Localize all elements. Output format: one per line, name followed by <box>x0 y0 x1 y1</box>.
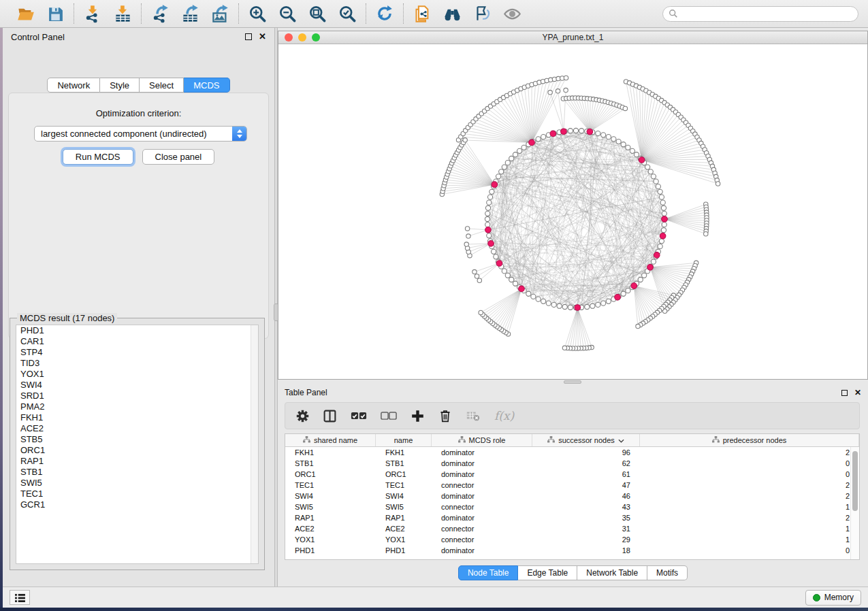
graph-node[interactable] <box>606 135 611 139</box>
float-panel-icon[interactable] <box>245 33 252 40</box>
column-header-predecessor-nodes[interactable]: predecessor nodes <box>640 434 859 446</box>
select-all-icon[interactable] <box>351 412 367 420</box>
show-columns-icon[interactable] <box>323 409 337 423</box>
add-row-icon[interactable] <box>411 409 425 423</box>
graph-mcds-hub-node[interactable] <box>639 157 645 163</box>
graph-node[interactable] <box>536 137 541 142</box>
table-row[interactable]: PHD1PHD1dominator180 <box>285 545 859 556</box>
cell-successor-nodes[interactable]: 46 <box>532 492 640 500</box>
export-table-icon[interactable] <box>180 4 199 23</box>
cell-name[interactable]: ACE2 <box>376 525 432 533</box>
graph-node[interactable] <box>621 291 626 296</box>
cell-shared-name[interactable]: FKH1 <box>285 448 376 457</box>
graph-leaf-node[interactable] <box>564 76 568 80</box>
graph-leaf-node[interactable] <box>463 138 467 142</box>
graph-node[interactable] <box>656 184 660 189</box>
graph-node[interactable] <box>496 174 500 179</box>
save-session-icon[interactable] <box>46 4 65 23</box>
delete-rows-icon[interactable] <box>438 409 452 423</box>
cell-MCDS-role[interactable]: dominator <box>432 459 532 467</box>
graph-node[interactable] <box>487 233 492 238</box>
deselect-all-icon[interactable] <box>381 412 397 420</box>
graph-node[interactable] <box>489 189 494 194</box>
graph-mcds-hub-node[interactable] <box>492 182 498 188</box>
mcds-result-item[interactable]: GCR1 <box>16 499 258 510</box>
graphics-details-icon[interactable] <box>472 4 492 23</box>
cell-successor-nodes[interactable]: 96 <box>532 448 640 457</box>
graph-node[interactable] <box>568 305 573 310</box>
horizontal-splitter[interactable] <box>278 380 868 384</box>
cell-MCDS-role[interactable]: connector <box>432 535 532 544</box>
cell-MCDS-role[interactable]: dominator <box>432 470 532 478</box>
graph-leaf-node[interactable] <box>479 310 483 314</box>
close-panel-icon[interactable]: ✕ <box>259 33 266 40</box>
graph-mcds-hub-node[interactable] <box>550 131 556 137</box>
tab-style[interactable]: Style <box>100 78 140 93</box>
table-row[interactable]: STB1STB1dominator620 <box>285 458 859 469</box>
mcds-result-item[interactable]: SWI5 <box>16 478 258 489</box>
graph-node[interactable] <box>616 139 621 144</box>
graph-node[interactable] <box>557 303 562 308</box>
graph-node[interactable] <box>502 165 507 169</box>
cell-shared-name[interactable]: ACE2 <box>285 525 376 533</box>
graph-mcds-hub-node[interactable] <box>529 139 535 146</box>
graph-leaf-node[interactable] <box>704 232 708 236</box>
graph-mcds-hub-node[interactable] <box>519 286 525 292</box>
graph-leaf-node[interactable] <box>636 324 640 328</box>
cell-successor-nodes[interactable]: 31 <box>532 525 640 533</box>
cell-shared-name[interactable]: TEC1 <box>285 481 376 489</box>
mcds-result-item[interactable]: SWI4 <box>16 380 258 391</box>
cell-MCDS-role[interactable]: connector <box>432 503 532 511</box>
graph-leaf-node[interactable] <box>623 106 627 110</box>
tab-network[interactable]: Network <box>47 78 100 93</box>
mcds-result-item[interactable]: RAP1 <box>16 456 258 467</box>
network-window-titlebar[interactable]: YPA_prune.txt_1 <box>278 31 867 44</box>
cell-predecessor-nodes[interactable]: 2 <box>640 514 859 522</box>
graph-leaf-node[interactable] <box>548 90 552 95</box>
cell-shared-name[interactable]: RAP1 <box>285 514 376 522</box>
table-row[interactable]: ACE2ACE2connector311 <box>285 523 859 534</box>
graph-node[interactable] <box>541 135 546 139</box>
graph-mcds-hub-node[interactable] <box>631 283 637 289</box>
graph-node[interactable] <box>638 277 643 282</box>
cell-predecessor-nodes[interactable]: 0 <box>640 546 859 555</box>
graph-leaf-node[interactable] <box>556 89 560 93</box>
graph-node[interactable] <box>579 129 584 133</box>
graph-node[interactable] <box>634 152 639 157</box>
graph-node[interactable] <box>509 156 514 161</box>
graph-node[interactable] <box>536 297 541 301</box>
mcds-result-item[interactable]: ACE2 <box>16 423 258 434</box>
cell-predecessor-nodes[interactable]: 1 <box>640 503 859 511</box>
graph-node[interactable] <box>659 195 664 199</box>
graph-node[interactable] <box>630 148 634 153</box>
mcds-result-item[interactable]: YOX1 <box>16 369 258 380</box>
graph-node[interactable] <box>499 169 504 174</box>
graph-mcds-hub-node[interactable] <box>615 294 621 300</box>
graph-node[interactable] <box>485 205 490 210</box>
open-file-icon[interactable] <box>16 4 35 23</box>
graph-node[interactable] <box>517 148 522 153</box>
graph-node[interactable] <box>645 165 650 169</box>
cell-shared-name[interactable]: STB1 <box>285 459 376 467</box>
settings-gear-icon[interactable] <box>296 410 309 423</box>
table-row[interactable]: ORC1ORC1dominator610 <box>285 469 859 480</box>
cell-successor-nodes[interactable]: 62 <box>532 459 640 467</box>
close-panel-button[interactable]: Close panel <box>142 149 215 165</box>
cell-MCDS-role[interactable]: dominator <box>432 448 532 457</box>
graph-node[interactable] <box>513 281 517 286</box>
mcds-list-scrollbar[interactable] <box>251 325 258 563</box>
graph-node[interactable] <box>573 128 578 133</box>
cell-predecessor-nodes[interactable]: 2 <box>640 448 859 457</box>
refresh-layout-icon[interactable] <box>375 4 394 23</box>
cell-shared-name[interactable]: ORC1 <box>285 470 376 478</box>
graph-node[interactable] <box>485 211 490 216</box>
table-scrollbar[interactable] <box>850 447 859 559</box>
table-row[interactable]: FKH1FKH1dominator962 <box>285 447 859 458</box>
cell-predecessor-nodes[interactable]: 0 <box>640 459 859 467</box>
graph-node[interactable] <box>513 152 517 157</box>
column-header-successor-nodes[interactable]: successor nodes <box>532 434 640 446</box>
cell-predecessor-nodes[interactable]: 1 <box>640 525 859 533</box>
graph-leaf-node[interactable] <box>564 88 568 92</box>
graph-mcds-hub-node[interactable] <box>662 216 668 222</box>
table-row[interactable]: YOX1YOX1connector291 <box>285 534 859 545</box>
